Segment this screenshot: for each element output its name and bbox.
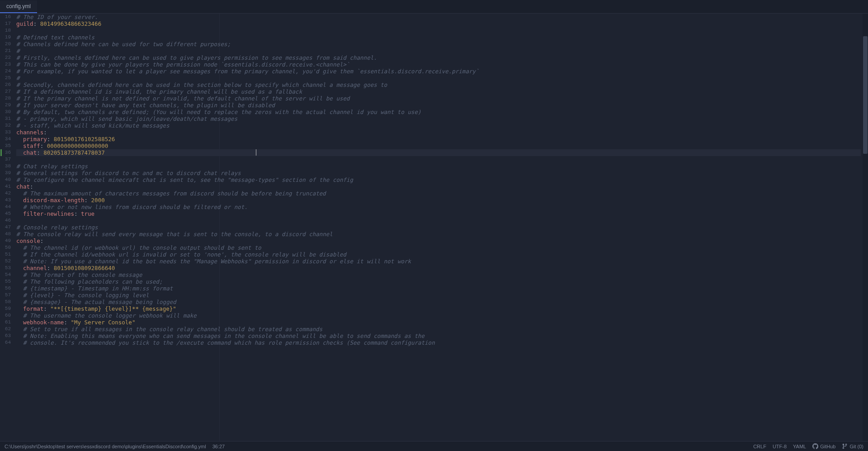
gutter-line-number: 46 xyxy=(0,217,11,224)
code-line[interactable]: # To configure the channel minecraft cha… xyxy=(16,176,861,183)
github-icon xyxy=(812,443,818,449)
code-line[interactable]: # console. It's recommended you stick to… xyxy=(16,339,861,346)
code-line[interactable]: console: xyxy=(16,237,861,244)
gutter-line-number: 60 xyxy=(0,312,11,319)
gutter-line-number: 20 xyxy=(0,41,11,47)
gutter-line-number: 59 xyxy=(0,305,11,312)
code-line[interactable]: # Note: If you use a channel id the bot … xyxy=(16,258,861,265)
code-line[interactable]: chat: xyxy=(16,183,861,190)
gutter-line-number: 35 xyxy=(0,142,11,149)
gutter-line-number: 57 xyxy=(0,292,11,299)
code-line[interactable]: # Channels defined here can be used for … xyxy=(16,41,861,47)
gutter: 1617181920212223242526272829303132333435… xyxy=(0,14,14,441)
code-line[interactable]: channels: xyxy=(16,129,861,136)
tab-config-yml[interactable]: config.yml xyxy=(0,0,37,13)
code-line[interactable]: # - staff, which will send kick/mute mes… xyxy=(16,122,861,129)
code-line[interactable]: # Secondly, channels defined here can be… xyxy=(16,81,861,88)
code-line[interactable]: # General settings for discord to mc and… xyxy=(16,170,861,176)
code-line[interactable]: guild: 801499634866323466 xyxy=(16,20,861,27)
code-line[interactable]: # Firstly, channels defined here can be … xyxy=(16,54,861,61)
gutter-line-number: 18 xyxy=(0,27,11,34)
code-line[interactable] xyxy=(16,27,861,34)
code-line[interactable]: discord-max-length: 2000 xyxy=(16,197,861,204)
gutter-line-number: 23 xyxy=(0,61,11,68)
gutter-line-number: 44 xyxy=(0,204,11,210)
code-line[interactable]: # For example, if you wanted to let a pl… xyxy=(16,68,861,75)
gutter-line-number: 28 xyxy=(0,95,11,102)
editor-area[interactable]: 1617181920212223242526272829303132333435… xyxy=(0,14,868,441)
git-branch-icon xyxy=(842,443,848,449)
code-line[interactable]: filter-newlines: true xyxy=(16,210,861,217)
code-line[interactable]: # Chat relay settings xyxy=(16,163,861,170)
gutter-line-number: 22 xyxy=(0,54,11,61)
gutter-line-number: 24 xyxy=(0,68,11,75)
code-content[interactable]: # The ID of your server.guild: 801499634… xyxy=(16,14,861,441)
status-cursor-position[interactable]: 36:27 xyxy=(212,444,225,449)
code-line[interactable]: # If the channel id/webhook url is inval… xyxy=(16,251,861,258)
gutter-line-number: 47 xyxy=(0,224,11,231)
gutter-line-number: 41 xyxy=(0,183,11,190)
tab-bar: config.yml xyxy=(0,0,868,14)
code-line[interactable]: # If the primary channel is not defined … xyxy=(16,95,861,102)
gutter-line-number: 40 xyxy=(0,176,11,183)
code-line[interactable]: format: "**[{timestamp} {level}]** {mess… xyxy=(16,305,861,312)
code-line[interactable]: primary: 801500176102588526 xyxy=(16,136,861,142)
code-line[interactable]: # The console relay will send every mess… xyxy=(16,231,861,237)
code-line[interactable]: # The following placeholders can be used… xyxy=(16,278,861,285)
code-line[interactable]: # The ID of your server. xyxy=(16,14,861,20)
code-line[interactable]: # Whether or not new lines from discord … xyxy=(16,204,861,210)
code-line[interactable]: # The format of the console message xyxy=(16,271,861,278)
status-github[interactable]: GitHub xyxy=(812,443,835,449)
code-line[interactable]: # - primary, which will send basic join/… xyxy=(16,115,861,122)
gutter-line-number: 42 xyxy=(0,190,11,197)
code-line[interactable]: # Defined text channels xyxy=(16,34,861,41)
gutter-line-number: 62 xyxy=(0,326,11,332)
scrollbar-thumb[interactable] xyxy=(863,36,868,154)
status-filepath[interactable]: C:\Users\joshr\Desktop\test servers\essx… xyxy=(5,444,206,449)
code-line[interactable]: # {message} - The actual message being l… xyxy=(16,299,861,305)
code-line[interactable]: webhook-name: "My Server Console" xyxy=(16,319,861,326)
code-line[interactable]: # The username the console logger webhoo… xyxy=(16,312,861,319)
gutter-line-number: 43 xyxy=(0,197,11,204)
code-line[interactable]: # {level} - The console logging level xyxy=(16,292,861,299)
code-line[interactable]: # By default, two channels are defined; … xyxy=(16,109,861,115)
gutter-line-number: 55 xyxy=(0,278,11,285)
code-line[interactable]: # If your server doesn't have any text c… xyxy=(16,102,861,109)
gutter-line-number: 56 xyxy=(0,285,11,292)
code-line[interactable]: # The channel id (or webhook url) the co… xyxy=(16,244,861,251)
gutter-line-number: 26 xyxy=(0,81,11,88)
gutter-line-number: 61 xyxy=(0,319,11,326)
gutter-line-number: 27 xyxy=(0,88,11,95)
gutter-line-number: 63 xyxy=(0,332,11,339)
code-line[interactable]: staff: 000000000000000000 xyxy=(16,142,861,149)
code-line[interactable]: # The maximum amount of characters messa… xyxy=(16,190,861,197)
status-line-ending[interactable]: CRLF xyxy=(753,444,766,449)
gutter-line-number: 33 xyxy=(0,129,11,136)
code-line[interactable]: # {timestamp} - Timestamp in HH:mm:ss fo… xyxy=(16,285,861,292)
code-line[interactable]: # Note: Enabling this means everyone who… xyxy=(16,332,861,339)
code-line[interactable]: channel: 801500108092866640 xyxy=(16,265,861,271)
code-line[interactable]: # xyxy=(16,47,861,54)
gutter-line-number: 38 xyxy=(0,163,11,170)
code-line[interactable]: # This can be done by give your players … xyxy=(16,61,861,68)
text-cursor xyxy=(256,149,256,156)
gutter-line-number: 21 xyxy=(0,47,11,54)
vertical-scrollbar[interactable] xyxy=(863,14,868,441)
code-line[interactable]: chat: 802051873787478037 xyxy=(16,149,861,156)
gutter-line-number: 52 xyxy=(0,258,11,265)
gutter-line-number: 49 xyxy=(0,237,11,244)
status-language[interactable]: YAML xyxy=(793,444,806,449)
code-line[interactable]: # If a defined channel id is invalid, th… xyxy=(16,88,861,95)
code-line[interactable]: # Console relay settings xyxy=(16,224,861,231)
gutter-line-number: 64 xyxy=(0,339,11,346)
gutter-line-number: 16 xyxy=(0,14,11,20)
code-line[interactable]: # Set to true if all messages in the con… xyxy=(16,326,861,332)
code-line[interactable]: # xyxy=(16,75,861,81)
gutter-line-number: 45 xyxy=(0,210,11,217)
gutter-line-number: 54 xyxy=(0,271,11,278)
code-line[interactable] xyxy=(16,217,861,224)
status-encoding[interactable]: UTF-8 xyxy=(773,444,787,449)
code-line[interactable] xyxy=(16,156,861,163)
gutter-line-number: 53 xyxy=(0,265,11,271)
status-git[interactable]: Git (0) xyxy=(842,443,863,449)
